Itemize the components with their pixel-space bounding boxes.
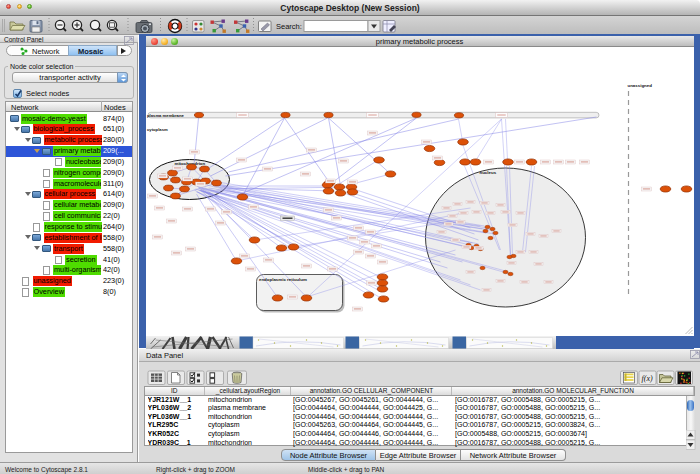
svg-text:plasma membrane: plasma membrane: [147, 113, 184, 118]
svg-text:unassigned: unassigned: [627, 83, 652, 88]
svg-text:Search:: Search:: [276, 22, 302, 31]
svg-text:f(x): f(x): [642, 374, 653, 383]
svg-text:endoplasmic reticulum: endoplasmic reticulum: [259, 277, 307, 282]
svg-text:cytoplasm: cytoplasm: [147, 127, 168, 132]
svg-text:nucleus: nucleus: [479, 170, 496, 175]
